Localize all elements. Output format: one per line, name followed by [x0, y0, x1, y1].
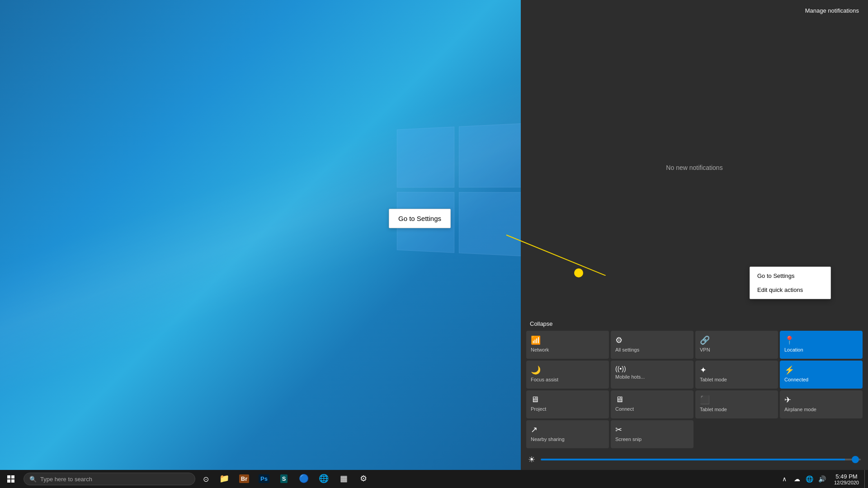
brightness-thumb	[852, 456, 859, 463]
location-icon: 📍	[784, 335, 794, 345]
focus-assist-label: Focus assist	[531, 377, 604, 382]
show-desktop-button[interactable]	[864, 470, 868, 488]
svg-rect-1	[7, 475, 10, 479]
vpn-icon: 🔗	[700, 335, 710, 345]
clock-time: 5:49 PM	[835, 473, 857, 480]
quick-tile-bluetooth[interactable]: ⚡ Connected	[780, 361, 863, 389]
quick-tile-project[interactable]: 🖥 Project	[526, 390, 609, 418]
quick-tile-connect[interactable]: 🖥 Connect	[611, 390, 693, 418]
file-explorer-icon: 📁	[219, 474, 229, 483]
photoshop-icon: Ps	[259, 474, 269, 483]
taskbar-app-chrome[interactable]: 🌐	[314, 470, 334, 488]
app5-icon: S	[280, 474, 288, 483]
clock[interactable]: 5:49 PM 12/29/2020	[829, 470, 864, 488]
taskbar-app-app5[interactable]: S	[274, 470, 294, 488]
bridge-icon: Br	[239, 474, 249, 483]
tray-network[interactable]: 🌐	[803, 470, 816, 488]
quick-tile-tablet-mode2[interactable]: ⬛ Tablet mode	[695, 390, 778, 418]
quick-tile-tablet-mode[interactable]: ✦ Tablet mode	[695, 361, 778, 389]
connect-icon: 🖥	[615, 395, 623, 404]
all-settings-label: All settings	[615, 347, 689, 352]
quick-tile-all-settings[interactable]: ⚙ All settings	[611, 331, 693, 359]
network-tray-icon: 🌐	[806, 475, 813, 483]
brightness-icon: ☀	[528, 455, 535, 465]
all-settings-icon: ⚙	[615, 335, 623, 345]
airplane-mode-label: Airplane mode	[784, 407, 858, 412]
taskbar-app-file-explorer[interactable]: 📁	[214, 470, 234, 488]
empty-tile-2	[780, 420, 863, 448]
svg-rect-4	[11, 479, 14, 483]
tablet-mode-icon: ✦	[700, 365, 707, 375]
quick-tile-vpn[interactable]: 🔗 VPN	[695, 331, 778, 359]
desktop	[0, 0, 521, 470]
nearby-sharing-label: Nearby sharing	[531, 436, 604, 442]
svg-rect-2	[11, 475, 14, 479]
quick-tile-location[interactable]: 📍 Location	[780, 331, 863, 359]
taskbar-app-photoshop[interactable]: Ps	[254, 470, 274, 488]
network-label: Network	[531, 347, 604, 352]
focus-assist-icon: 🌙	[531, 365, 541, 375]
tray-chevron[interactable]: ∧	[778, 470, 791, 488]
tablet-mode2-icon: ⬛	[700, 395, 710, 405]
quick-tile-airplane-mode[interactable]: ✈ Airplane mode	[780, 390, 863, 418]
bluetooth-icon: ⚡	[784, 365, 794, 375]
ctx-go-to-settings[interactable]: Go to Settings	[750, 269, 830, 283]
vpn-label: VPN	[700, 347, 774, 352]
taskbar-app-bridge[interactable]: Br	[234, 470, 254, 488]
mobile-hotspot-icon: ((•))	[615, 365, 626, 372]
search-placeholder: Type here to search	[40, 476, 92, 483]
taskbar-right: ∧ ☁ 🌐 🔊 5:49 PM 12/29/2020	[778, 470, 868, 488]
no-notifications-text: No new notifications	[666, 164, 722, 171]
action-center: Manage notifications No new notification…	[521, 0, 868, 470]
cortana-icon: ⊙	[203, 475, 209, 483]
quick-tile-focus-assist[interactable]: 🌙 Focus assist	[526, 361, 609, 389]
tray-onedrive[interactable]: ☁	[791, 470, 803, 488]
quick-actions-grid: 📶 Network ⚙ All settings 🔗 VPN 📍 Locatio…	[521, 329, 868, 452]
goto-settings-label: Go to Settings	[398, 215, 441, 222]
nearby-sharing-icon: ↗	[531, 425, 538, 435]
cortana-button[interactable]: ⊙	[197, 470, 214, 488]
mobile-hotspot-label: Mobile hots...	[615, 374, 689, 380]
collapse-button[interactable]: Collapse	[521, 317, 868, 329]
screen-snip-icon: ✂	[615, 425, 622, 435]
manage-notifications-button[interactable]: Manage notifications	[521, 0, 868, 19]
brightness-slider[interactable]	[541, 459, 861, 460]
network-icon: 📶	[531, 335, 541, 345]
context-menu: Go to Settings Edit quick actions	[750, 267, 831, 299]
windows-icon	[7, 475, 14, 483]
screen-snip-label: Screen snip	[615, 436, 689, 442]
tablet-mode2-label: Tablet mode	[700, 407, 774, 412]
app8-icon: ▦	[340, 474, 348, 483]
clock-date: 12/29/2020	[834, 480, 859, 485]
tablet-mode-label: Tablet mode	[700, 377, 774, 382]
cursor-dot	[574, 268, 583, 277]
project-label: Project	[531, 406, 604, 412]
start-button[interactable]	[0, 470, 22, 488]
project-icon: 🖥	[531, 395, 539, 404]
quick-tile-network[interactable]: 📶 Network	[526, 331, 609, 359]
brightness-row: ☀	[521, 452, 868, 470]
volume-icon: 🔊	[818, 475, 826, 483]
taskbar: 🔍 Type here to search ⊙ 📁 Br Ps S 🔵 🌐 ▦ …	[0, 470, 868, 488]
taskbar-app-app8[interactable]: ▦	[334, 470, 354, 488]
quick-tile-screen-snip[interactable]: ✂ Screen snip	[611, 420, 693, 448]
chrome-icon: 🌐	[319, 474, 329, 483]
bluetooth-label: Connected	[784, 377, 858, 382]
connect-label: Connect	[615, 406, 689, 412]
empty-tile-1	[695, 420, 778, 448]
app6-icon: 🔵	[299, 474, 309, 483]
airplane-mode-icon: ✈	[784, 395, 791, 405]
windows-logo-desktop	[393, 127, 529, 262]
taskbar-app-settings[interactable]: ⚙	[354, 470, 373, 488]
search-icon: 🔍	[29, 476, 37, 483]
onedrive-icon: ☁	[794, 475, 800, 483]
ctx-edit-quick-actions[interactable]: Edit quick actions	[750, 283, 830, 297]
svg-rect-3	[7, 479, 10, 483]
search-bar[interactable]: 🔍 Type here to search	[24, 473, 195, 485]
quick-tile-mobile-hotspot[interactable]: ((•)) Mobile hots...	[611, 361, 693, 389]
location-label: Location	[784, 347, 858, 352]
goto-settings-popup: Go to Settings	[389, 209, 451, 228]
tray-volume[interactable]: 🔊	[816, 470, 829, 488]
quick-tile-nearby-sharing[interactable]: ↗ Nearby sharing	[526, 420, 609, 448]
taskbar-app-app6[interactable]: 🔵	[294, 470, 314, 488]
